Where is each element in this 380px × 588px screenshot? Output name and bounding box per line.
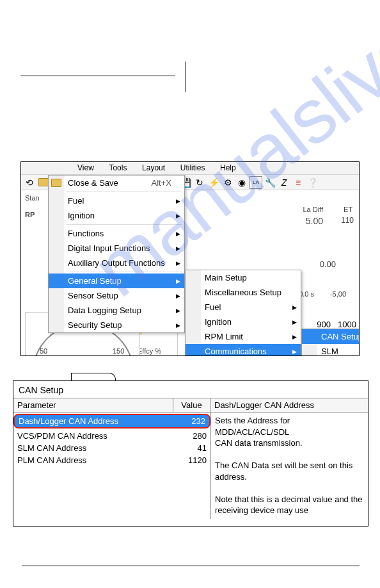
menubar-item-utilities[interactable]: Utilities — [174, 162, 212, 174]
stan-label: Stan — [25, 194, 40, 202]
desc-line: CAN data transmission. — [215, 437, 364, 449]
desc-line: Note that this is a decimal value and th… — [215, 494, 364, 516]
menu-item-main-setup[interactable]: Main Setup — [186, 270, 301, 285]
menu-item-misc-setup[interactable]: Miscellaneous Setup — [186, 285, 301, 300]
et-label: ET — [344, 206, 352, 213]
folder-icon — [51, 179, 61, 187]
can-setup-screenshot: CAN Setup Parameter Value Dash/Logger CA… — [13, 380, 368, 527]
can-param-label: VCS/PDM CAN Address — [13, 430, 173, 442]
menubar-item-help[interactable]: Help — [214, 162, 242, 174]
menu-item-digital-input[interactable]: Digital Input Functions▶ — [49, 241, 184, 256]
can-param-label: PLM CAN Address — [13, 454, 173, 466]
back-icon[interactable]: ⟲ — [23, 176, 36, 189]
divider-vertical — [186, 61, 186, 92]
menubar: View Tools Layout Utilities Help — [21, 162, 359, 175]
can-row-slm[interactable]: SLM CAN Address 41 — [13, 442, 210, 454]
turbo-icon[interactable]: ◉ — [235, 176, 248, 189]
bottom-divider — [22, 566, 360, 566]
mid-value: 0.00 — [320, 259, 336, 269]
menu-item-slm[interactable]: SLM▶ — [302, 344, 360, 356]
menu-item-close-save[interactable]: Close & Save Alt+X — [49, 176, 184, 190]
wrench-icon[interactable]: 🔧 — [264, 176, 276, 189]
chevron-right-icon: ▶ — [176, 198, 180, 204]
grid-val: 900 — [308, 320, 331, 329]
can-table-header: Parameter Value Dash/Logger CAN Address — [13, 398, 368, 412]
rpm-label: RP — [25, 211, 35, 218]
chevron-right-icon: ▶ — [292, 319, 297, 325]
redo-icon[interactable]: ↻ — [193, 176, 206, 189]
desc-line: MDD/ACL/ACL/SDL — [215, 427, 364, 438]
menu-screenshot: View Tools Layout Utilities Help ⟲ 💾 ↻ ⚡… — [20, 161, 360, 356]
chevron-right-icon: ▶ — [176, 231, 180, 237]
shortcut-label: Alt+X — [152, 178, 171, 188]
z-icon[interactable]: Z — [278, 176, 290, 189]
can-setup-title: CAN Setup — [13, 381, 368, 398]
chevron-right-icon: ▶ — [292, 348, 297, 355]
submenu-communications: CAN Setup SLM▶ — [301, 329, 360, 356]
neg5-value: -5,00 — [330, 290, 346, 298]
la-icon[interactable]: LA — [249, 176, 262, 189]
desc-line: Sets the Address for — [215, 415, 364, 427]
menu-item-data-logging[interactable]: Data Logging Setup▶ — [49, 303, 184, 318]
menu-item-communications[interactable]: Communications▶ — [186, 344, 301, 356]
bars-icon[interactable]: ≡ — [292, 176, 305, 189]
menu-item-security[interactable]: Security Setup▶ — [49, 318, 184, 332]
menu-item-sensor-setup[interactable]: Sensor Setup▶ — [49, 288, 184, 303]
menu-item-fuel[interactable]: Fuel▶ — [49, 193, 184, 208]
menubar-item-view[interactable]: View — [71, 162, 100, 174]
help-icon[interactable]: ❔ — [306, 176, 319, 189]
context-menu-main: Close & Save Alt+X Fuel▶ Ignition▶ Funct… — [48, 175, 185, 333]
chevron-right-icon: ▶ — [292, 304, 297, 311]
menu-item-general-setup[interactable]: General Setup▶ — [49, 274, 184, 288]
chevron-right-icon: ▶ — [292, 334, 297, 340]
can-row-vcs-pdm[interactable]: VCS/PDM CAN Address 280 — [13, 430, 210, 442]
can-param-label: Dash/Logger CAN Address — [15, 415, 173, 427]
menubar-item-layout[interactable]: Layout — [136, 162, 171, 174]
desc-line: The CAN Data set will be sent on this ad… — [215, 460, 364, 482]
menu-item-functions[interactable]: Functions▶ — [49, 226, 184, 241]
divider-horizontal — [20, 76, 175, 76]
header-value: Value — [173, 398, 210, 412]
la-diff-value: 5.00 — [306, 216, 323, 226]
menu-item-ignition-sub[interactable]: Ignition▶ — [186, 314, 301, 329]
grid-val: 1000 — [331, 320, 356, 329]
can-description: Sets the Address for MDD/ACL/ACL/SDL CAN… — [210, 412, 368, 519]
menu-item-fuel-sub[interactable]: Fuel▶ — [186, 300, 301, 314]
et-value: 110 — [341, 216, 354, 225]
chevron-right-icon: ▶ — [176, 213, 180, 219]
can-row-dash-logger[interactable]: Dash/Logger CAN Address 232 — [13, 414, 210, 429]
effcy-label: Effcy % — [138, 347, 161, 355]
gauge-tick-50: 50 — [40, 347, 47, 355]
flash-icon[interactable]: ⚡ — [207, 176, 220, 189]
gear-set-icon[interactable]: ⚙ — [221, 176, 234, 189]
can-table-rows: Dash/Logger CAN Address 232 VCS/PDM CAN … — [13, 412, 210, 519]
menu-item-can-setup[interactable]: CAN Setup — [302, 329, 360, 344]
can-param-value: 232 — [173, 415, 209, 427]
can-param-label: SLM CAN Address — [13, 442, 173, 454]
menu-item-ignition[interactable]: Ignition▶ — [49, 208, 184, 223]
can-row-plm[interactable]: PLM CAN Address 1120 — [13, 454, 210, 466]
can-param-value: 41 — [173, 442, 210, 454]
header-parameter: Parameter — [13, 398, 173, 412]
chevron-right-icon: ▶ — [176, 278, 180, 284]
tab-notch — [71, 373, 116, 380]
submenu-general-setup: Main Setup Miscellaneous Setup Fuel▶ Ign… — [185, 270, 301, 356]
menu-item-aux-output[interactable]: Auxiliary Output Functions▶ — [49, 256, 184, 270]
header-desc: Dash/Logger CAN Address — [210, 398, 368, 412]
menubar-item-tools[interactable]: Tools — [102, 162, 133, 174]
chevron-right-icon: ▶ — [176, 322, 180, 329]
chevron-right-icon: ▶ — [176, 293, 180, 299]
la-diff-label: La Diff — [303, 206, 323, 213]
can-param-value: 1120 — [173, 454, 210, 466]
gauge-tick-150: 150 — [113, 347, 124, 355]
can-param-value: 280 — [173, 430, 210, 442]
chevron-right-icon: ▶ — [176, 260, 180, 266]
menu-item-rpm-limit[interactable]: RPM Limit▶ — [186, 329, 301, 344]
chevron-right-icon: ▶ — [176, 307, 180, 314]
chevron-right-icon: ▶ — [176, 245, 180, 252]
